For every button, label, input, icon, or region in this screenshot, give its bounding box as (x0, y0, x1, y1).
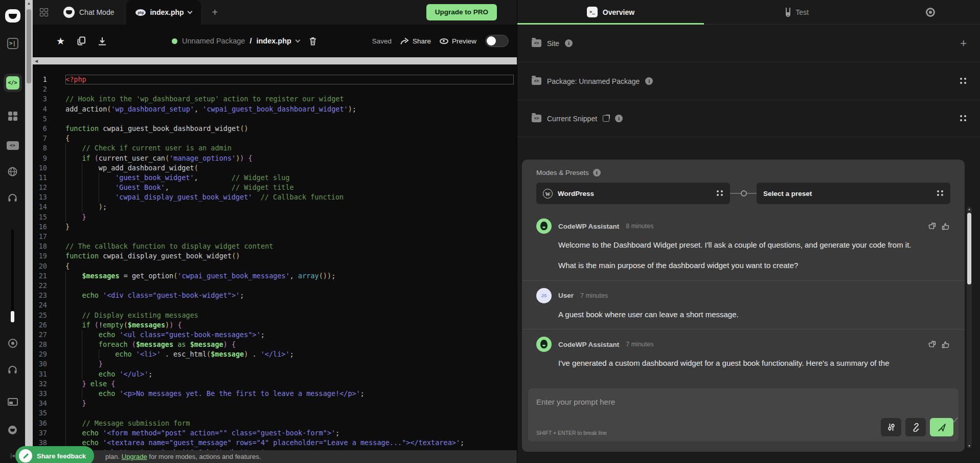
row-current-snippet[interactable]: <> Current Snippet i (517, 100, 980, 137)
code-line[interactable]: 18// The callback function to display wi… (33, 241, 517, 251)
snippets-active-icon[interactable]: </> (0, 74, 25, 92)
account-icon[interactable] (0, 426, 25, 434)
code-line[interactable]: 7{ (33, 134, 517, 143)
code-line[interactable]: 35 (33, 408, 517, 418)
scroll-up-arrow-icon[interactable]: ▲ (967, 207, 972, 211)
info-icon[interactable]: i (565, 39, 573, 47)
code-line[interactable]: 1<?php (33, 75, 517, 84)
package-name[interactable]: Unnamed Package (182, 37, 245, 45)
share-feedback-button[interactable]: Share feedback (15, 446, 94, 463)
chat-scrollbar-thumb[interactable] (967, 213, 971, 284)
prompt-input[interactable]: Enter your prompt here (536, 398, 615, 406)
upgrade-to-pro-button[interactable]: Upgrade to PRO (426, 4, 497, 20)
code-line[interactable]: 17 (33, 232, 517, 241)
thumbs-up-icon[interactable] (942, 222, 950, 231)
sidebar-divider-handle[interactable] (0, 311, 25, 322)
code-line[interactable]: 31echo '</ul>'; (33, 369, 517, 379)
code-line[interactable]: 20{ (33, 261, 517, 271)
code-line[interactable]: 11'guest_book_widget', // Widget slug (33, 173, 517, 183)
code-line[interactable]: 29echo '<li>' . esc_html($message) . '</… (33, 349, 517, 359)
code-line[interactable]: 6function cwpai_guest_book_dashboard_wid… (33, 124, 517, 134)
external-link-icon[interactable] (603, 115, 609, 122)
target-icon[interactable] (0, 339, 25, 348)
code-line[interactable]: 15} (33, 212, 517, 222)
tab-index-php[interactable]: php index.php (126, 0, 200, 25)
info-icon[interactable]: i (615, 115, 623, 122)
code-line[interactable]: 22 (33, 281, 517, 291)
code-line[interactable]: 27echo '<ul class="guest-book-messages">… (33, 330, 517, 340)
code-line[interactable]: 32} else { (33, 379, 517, 389)
codewp-logo-icon[interactable] (0, 9, 25, 23)
favorite-star-icon[interactable]: ★ (56, 35, 65, 47)
code-line[interactable]: 37echo '<form method="post" action="" cl… (33, 428, 517, 438)
code-line[interactable]: 34} (33, 399, 517, 408)
expand-preset-icon[interactable] (937, 190, 944, 197)
tab-overview[interactable]: >_ Overview (517, 0, 704, 24)
prompt-box[interactable]: Enter your prompt here SHIFT + ENTER to … (528, 388, 959, 442)
code-line[interactable]: 4add_action('wp_dashboard_setup', 'cwpai… (33, 104, 517, 114)
code-line[interactable]: 5 (33, 114, 517, 124)
code-editor[interactable]: 1<?php23// Hook into the 'wp_dashboard_s… (33, 64, 517, 450)
upgrade-link[interactable]: Upgrade (122, 453, 147, 460)
code-line[interactable]: 33echo '<p>No messages yet. Be the first… (33, 389, 517, 399)
expand-snippet-icon[interactable] (960, 115, 967, 122)
code-line[interactable]: 9if (current_user_can('manage_options'))… (33, 153, 517, 163)
code-line[interactable]: 16} (33, 222, 517, 232)
chevron-down-icon[interactable] (187, 9, 192, 14)
code-line[interactable]: 23echo '<div class="guest-book-widget">'… (33, 291, 517, 300)
code-line[interactable]: 26if (!empty($messages)) { (33, 320, 517, 330)
chat-scrollbar[interactable]: ▲ ▼ (967, 207, 972, 448)
dashboard-icon[interactable] (0, 112, 25, 121)
chevron-down-icon[interactable] (295, 37, 300, 42)
code-line[interactable]: 14); (33, 202, 517, 212)
globe-icon[interactable] (0, 167, 25, 177)
code-line[interactable]: 24 (33, 300, 517, 310)
row-site[interactable]: <> Site i + (517, 25, 980, 62)
code-line[interactable]: 38echo '<textarea name="guest_message" r… (33, 438, 517, 448)
watch-icon[interactable] (926, 8, 935, 17)
code-line[interactable]: 8// Check if current user is an admin (33, 143, 517, 153)
duplicate-icon[interactable] (77, 36, 86, 46)
info-icon[interactable]: i (593, 169, 601, 177)
download-icon[interactable] (98, 37, 106, 46)
vertical-scrollbar[interactable]: ▲ (25, 0, 33, 463)
code-line[interactable]: 19function cwpai_display_guest_book_widg… (33, 251, 517, 261)
attach-link-button[interactable] (905, 418, 926, 436)
tab-test[interactable]: Test (704, 0, 891, 24)
code-line[interactable]: 21$messages = get_option('cwpai_guest_bo… (33, 271, 517, 281)
code-snippet-icon[interactable]: <> (0, 141, 25, 150)
mode-selector-wordpress[interactable]: W WordPress (536, 183, 730, 204)
preset-selector[interactable]: Select a preset (757, 183, 950, 204)
headphones-icon[interactable] (0, 193, 25, 202)
expand-mode-icon[interactable] (717, 190, 723, 197)
horizontal-scrollbar[interactable]: ◀ (33, 57, 517, 64)
scroll-down-arrow-icon[interactable]: ▼ (967, 444, 972, 448)
breadcrumb-file[interactable]: index.php (256, 37, 291, 45)
share-button[interactable]: Share (400, 37, 431, 45)
thumbs-up-icon[interactable] (942, 340, 950, 349)
code-line[interactable]: 10wp_add_dashboard_widget( (33, 163, 517, 173)
panel-toggle-icon[interactable]: >| (0, 38, 25, 49)
scroll-left-arrow-icon[interactable]: ◀ (35, 59, 38, 63)
row-package[interactable]: <> Package: Unnamed Package i (517, 62, 980, 100)
code-line[interactable]: 2 (33, 84, 517, 94)
code-line[interactable]: 13'cwpai_display_guest_book_widget' // C… (33, 192, 517, 202)
code-line[interactable]: 3// Hook into the 'wp_dashboard_setup' a… (33, 94, 517, 104)
expand-package-icon[interactable] (960, 78, 967, 84)
send-prompt-button[interactable] (930, 418, 953, 436)
billing-card-icon[interactable] (0, 398, 25, 406)
code-line[interactable]: 25// Display existing messages (33, 311, 517, 320)
add-site-button[interactable]: + (960, 37, 967, 50)
trash-icon[interactable] (309, 37, 316, 46)
prompt-settings-button[interactable] (881, 418, 901, 436)
apps-grid-icon[interactable] (40, 8, 48, 16)
new-tab-button[interactable]: + (212, 7, 218, 18)
preview-toggle[interactable] (485, 35, 509, 47)
vertical-scrollbar-thumb[interactable] (27, 9, 31, 83)
info-icon[interactable]: i (645, 77, 653, 85)
scroll-up-arrow-icon[interactable]: ▲ (25, 0, 33, 7)
code-line[interactable]: 28foreach ($messages as $message) { (33, 340, 517, 349)
code-line[interactable]: 12'Guest Book', // Widget title (33, 183, 517, 192)
code-line[interactable]: 30} (33, 359, 517, 369)
code-line[interactable]: 36// Message submission form (33, 418, 517, 428)
